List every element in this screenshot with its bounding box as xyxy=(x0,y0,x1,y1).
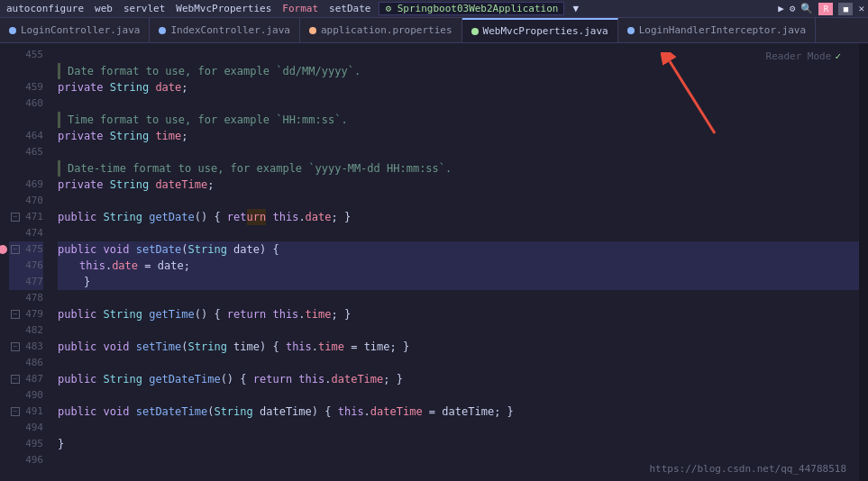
fold-icon-491[interactable]: − xyxy=(11,407,20,416)
tab-login-controller[interactable]: LoginController.java xyxy=(0,18,150,42)
line-number-row: 482 xyxy=(9,322,43,339)
tab-label: WebMvcProperties.java xyxy=(483,25,608,37)
toolbar-web[interactable]: web xyxy=(92,3,115,14)
tab-dot xyxy=(159,27,166,34)
code-line-477: } xyxy=(58,274,859,290)
fold-icon-479[interactable]: − xyxy=(11,310,20,319)
line-number-row-475: − 475 xyxy=(9,241,43,258)
code-line-465 xyxy=(58,144,859,160)
line-number-row-476: 476 xyxy=(9,258,43,274)
line-number-row: 465 xyxy=(9,144,43,160)
tab-label: application.properties xyxy=(321,24,452,36)
toolbar-setdate[interactable]: setDate xyxy=(326,3,373,14)
line-number-row: 459 xyxy=(9,79,43,95)
toolbar-webmvc[interactable]: WebMvcProperties xyxy=(173,3,274,14)
code-line-460 xyxy=(58,95,859,112)
fold-icon-487[interactable]: − xyxy=(11,375,20,384)
reader-mode-check: ✓ xyxy=(835,49,841,65)
tab-dot xyxy=(627,27,635,34)
code-line-471: public String getDate() { return this.da… xyxy=(58,209,859,225)
code-line-479: public String getTime() { return this.ti… xyxy=(58,306,859,322)
line-number-row: 469 xyxy=(9,177,43,193)
line-number-row: 495 xyxy=(9,436,43,452)
line-number-row: − 487 xyxy=(9,371,43,387)
toolbar-app[interactable]: ⚙ Springboot03Web2Application xyxy=(379,2,564,15)
code-line-478 xyxy=(58,290,859,306)
tab-webmvc-props[interactable]: WebMvcProperties.java xyxy=(462,18,618,42)
tab-dot xyxy=(9,27,16,34)
line-number-row-477: 477 xyxy=(9,274,43,290)
line-number-row xyxy=(9,63,43,79)
code-line-483: public void setTime(String time) { this.… xyxy=(58,339,859,355)
line-number-row: 470 xyxy=(9,193,43,209)
line-number-row: − 483 xyxy=(9,339,43,355)
line-numbers: 455 459 460 464 465 469 470 xyxy=(5,43,50,481)
toolbar-format[interactable]: Format xyxy=(279,3,321,14)
code-line-doc-time: Time format to use, for example `HH:mm:s… xyxy=(58,112,859,128)
tab-label: LoginHandlerInterceptor.java xyxy=(639,24,806,36)
line-number-row: 474 xyxy=(9,225,43,241)
breakpoint-475[interactable] xyxy=(0,245,7,254)
code-line-486 xyxy=(58,355,859,371)
tab-label: LoginController.java xyxy=(21,24,140,36)
code-line-464: private String time; xyxy=(58,128,859,144)
toolbar: autoconfigure web servlet WebMvcProperti… xyxy=(0,0,868,18)
code-line-469: private String dateTime; xyxy=(58,177,859,193)
line-number-row: 455 xyxy=(9,47,43,63)
line-number-row: 464 xyxy=(9,128,43,144)
line-number-row: 494 xyxy=(9,420,43,436)
line-number-row: 478 xyxy=(9,290,43,306)
line-number-row: − 479 xyxy=(9,306,43,322)
tab-label: IndexController.java xyxy=(170,24,289,36)
tab-application-props[interactable]: application.properties xyxy=(300,18,462,42)
code-line-487: public String getDateTime() { return thi… xyxy=(58,371,859,387)
code-line-476: this.date = date; xyxy=(58,258,859,274)
tab-login-handler[interactable]: LoginHandlerInterceptor.java xyxy=(618,18,816,42)
line-number-row: 486 xyxy=(9,355,43,371)
editor: 455 459 460 464 465 469 470 xyxy=(0,43,868,481)
code-line-470 xyxy=(58,193,859,209)
toolbar-autoconfigure[interactable]: autoconfigure xyxy=(4,3,87,14)
toolbar-servlet[interactable]: servlet xyxy=(121,3,168,14)
code-line-doc-datetime: Date-time format to use, for example `yy… xyxy=(58,160,859,177)
reader-mode-label: Reader Mode xyxy=(766,49,832,65)
code-line-474 xyxy=(58,225,859,241)
code-line-475: public void setDate(String date) { xyxy=(58,241,859,258)
tab-dot xyxy=(309,27,316,34)
fold-icon-471[interactable]: − xyxy=(11,213,20,222)
line-number-row: 460 xyxy=(9,95,43,112)
toolbar-dropdown[interactable]: ▼ xyxy=(570,3,581,14)
fold-icon-483[interactable]: − xyxy=(11,342,20,351)
code-line-494 xyxy=(58,420,859,436)
reader-mode-button[interactable]: Reader Mode ✓ xyxy=(766,49,841,65)
tab-dot xyxy=(471,28,479,35)
tab-index-controller[interactable]: IndexController.java xyxy=(150,18,299,42)
fold-icon-475[interactable]: − xyxy=(11,245,20,254)
line-number-row: 490 xyxy=(9,387,43,404)
code-line-455 xyxy=(58,47,859,63)
code-line-491: public void setDateTime(String dateTime)… xyxy=(58,404,859,420)
line-number-row: 496 xyxy=(9,452,43,468)
line-number-row xyxy=(9,160,43,177)
line-number-row xyxy=(9,112,43,128)
tabs-row: LoginController.java IndexController.jav… xyxy=(0,18,868,43)
code-line-459: private String date; xyxy=(58,79,859,95)
code-line-doc-date: Date format to use, for example `dd/MM/y… xyxy=(58,63,859,79)
line-number-row: − 491 xyxy=(9,404,43,420)
line-number-row: − 471 xyxy=(9,209,43,225)
code-line-495: } xyxy=(58,436,859,452)
code-line-490 xyxy=(58,387,859,404)
code-line-482 xyxy=(58,322,859,339)
url-watermark: https://blog.csdn.net/qq_44788518 xyxy=(649,461,846,477)
scrollbar[interactable] xyxy=(859,43,868,481)
code-area[interactable]: Reader Mode ✓ Date format to use, for ex… xyxy=(50,43,859,481)
